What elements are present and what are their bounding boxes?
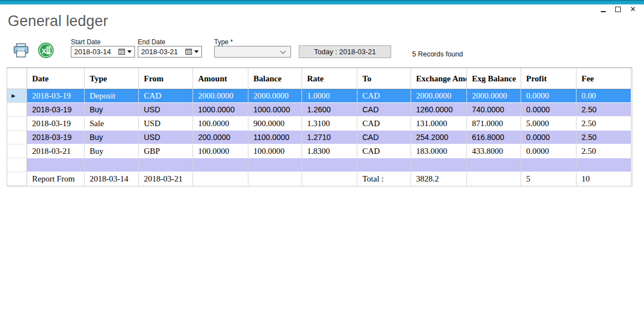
column-header[interactable]: Exchange Amount	[411, 68, 467, 89]
row-header-cell[interactable]	[7, 103, 27, 117]
grid-cell[interactable]: 5.0000	[521, 117, 577, 131]
grid-cell[interactable]: Report From	[27, 172, 85, 186]
column-header[interactable]: Amount	[193, 68, 248, 89]
column-header[interactable]: Balance	[248, 68, 302, 89]
column-header[interactable]: Rate	[302, 68, 357, 89]
grid-cell[interactable]	[27, 158, 85, 172]
export-excel-button[interactable]: X	[38, 42, 54, 61]
grid-cell[interactable]: 5	[521, 172, 577, 186]
grid-cell[interactable]: 1.2710	[302, 131, 357, 144]
row-header-cell[interactable]	[7, 117, 27, 131]
grid-cell[interactable]	[357, 158, 411, 172]
grid-cell[interactable]: 2000.0000	[411, 89, 467, 103]
grid-cell[interactable]: 100.0000	[193, 144, 248, 158]
grid-cell[interactable]: 1.0000	[302, 89, 357, 103]
grid-cell[interactable]: 100.0000	[193, 117, 248, 131]
table-row[interactable]: Report From2018-03-142018-03-21Total :38…	[7, 172, 632, 186]
table-row[interactable]: ▶2018-03-19DepositCAD2000.00002000.00001…	[7, 89, 632, 103]
grid-cell[interactable]: 3828.2	[411, 172, 467, 186]
grid-cell[interactable]: 2000.0000	[248, 89, 302, 103]
grid-cell[interactable]	[411, 158, 467, 172]
grid-cell[interactable]: 200.0000	[193, 131, 248, 144]
grid-cell[interactable]: CAD	[139, 89, 193, 103]
table-row[interactable]	[7, 158, 632, 172]
grid-cell[interactable]	[302, 158, 357, 172]
today-button[interactable]: Today : 2018-03-21	[299, 45, 391, 58]
grid-cell[interactable]: USD	[139, 131, 193, 144]
grid-cell[interactable]: 2018-03-19	[27, 89, 85, 103]
grid-cell[interactable]: 740.0000	[467, 103, 521, 117]
grid-cell[interactable]: 100.0000	[248, 144, 302, 158]
column-header[interactable]: Exg Balance	[467, 68, 521, 89]
grid-cell[interactable]: Sale	[85, 117, 139, 131]
grid-cell[interactable]: 2018-03-19	[27, 131, 85, 144]
grid-cell[interactable]: USD	[139, 103, 193, 117]
table-row[interactable]: 2018-03-21BuyGBP100.0000100.00001.8300CA…	[7, 144, 632, 158]
grid-cell[interactable]	[521, 158, 577, 172]
column-header[interactable]: Fee	[577, 68, 631, 89]
row-header-cell[interactable]	[7, 144, 27, 158]
grid-cell[interactable]: 871.0000	[467, 117, 521, 131]
table-row[interactable]: 2018-03-19BuyUSD1000.00001000.00001.2600…	[7, 103, 632, 117]
minimize-button[interactable]	[599, 5, 607, 14]
row-header-cell[interactable]	[7, 172, 27, 186]
grid-cell[interactable]: 1.3100	[302, 117, 357, 131]
start-date-input[interactable]: 2018-03-14	[71, 46, 135, 58]
grid-cell[interactable]: 900.0000	[248, 117, 302, 131]
row-header-cell[interactable]	[7, 131, 27, 144]
grid-cell[interactable]: 1.2600	[302, 103, 357, 117]
column-header[interactable]: Date	[27, 68, 85, 89]
grid-cell[interactable]: 254.2000	[411, 131, 467, 144]
grid-cell[interactable]: 616.8000	[467, 131, 521, 144]
grid-cell[interactable]	[467, 172, 521, 186]
grid-cell[interactable]: 2000.0000	[193, 89, 248, 103]
grid-cell[interactable]: 2.50	[577, 103, 631, 117]
column-header[interactable]: Profit	[521, 68, 577, 89]
grid-cell[interactable]: 183.0000	[411, 144, 467, 158]
grid-cell[interactable]	[248, 158, 302, 172]
grid-cell[interactable]: 0.0000	[521, 103, 577, 117]
grid-cell[interactable]: Buy	[85, 144, 139, 158]
grid-cell[interactable]: Buy	[85, 131, 139, 144]
grid-cell[interactable]: Deposit	[85, 89, 139, 103]
grid-cell[interactable]: 2.50	[577, 117, 631, 131]
grid-cell[interactable]: 1000.0000	[248, 103, 302, 117]
table-row[interactable]: 2018-03-19SaleUSD100.0000900.00001.3100C…	[7, 117, 632, 131]
grid-cell[interactable]: 0.0000	[521, 144, 577, 158]
grid-cell[interactable]: USD	[139, 117, 193, 131]
grid-cell[interactable]: CAD	[357, 144, 411, 158]
grid-cell[interactable]: 0.0000	[521, 89, 577, 103]
column-header[interactable]: Type	[85, 68, 139, 89]
column-header[interactable]: To	[357, 68, 411, 89]
row-header-cell[interactable]	[7, 158, 27, 172]
grid-cell[interactable]	[193, 172, 248, 186]
grid-cell[interactable]: CAD	[357, 131, 411, 144]
grid-cell[interactable]: Total :	[357, 172, 411, 186]
grid-cell[interactable]	[577, 158, 631, 172]
grid-cell[interactable]: 2018-03-19	[27, 103, 85, 117]
grid-cell[interactable]: 0.00	[577, 89, 631, 103]
grid-cell[interactable]	[467, 158, 521, 172]
type-select[interactable]	[214, 46, 291, 58]
grid-cell[interactable]	[302, 172, 357, 186]
grid-cell[interactable]: 1.8300	[302, 144, 357, 158]
grid-cell[interactable]: CAD	[357, 89, 411, 103]
grid-cell[interactable]: 2018-03-14	[85, 172, 139, 186]
grid-cell[interactable]: 2018-03-21	[27, 144, 85, 158]
grid-cell[interactable]	[139, 158, 193, 172]
grid-cell[interactable]	[193, 158, 248, 172]
close-button[interactable]: ✕	[629, 5, 637, 14]
grid-cell[interactable]: 2018-03-21	[139, 172, 193, 186]
grid-cell[interactable]	[85, 158, 139, 172]
grid-cell[interactable]	[248, 172, 302, 186]
grid-cell[interactable]: 433.8000	[467, 144, 521, 158]
table-row[interactable]: 2018-03-19BuyUSD200.00001100.00001.2710C…	[7, 131, 632, 144]
grid-cell[interactable]: GBP	[139, 144, 193, 158]
grid-cell[interactable]: CAD	[357, 103, 411, 117]
grid-cell[interactable]: 1100.0000	[248, 131, 302, 144]
grid-cell[interactable]: 2.50	[577, 131, 631, 144]
grid-cell[interactable]: 131.0000	[411, 117, 467, 131]
column-header[interactable]: From	[139, 68, 193, 89]
grid-cell[interactable]: 1260.0000	[411, 103, 467, 117]
grid-cell[interactable]: 1000.0000	[193, 103, 248, 117]
